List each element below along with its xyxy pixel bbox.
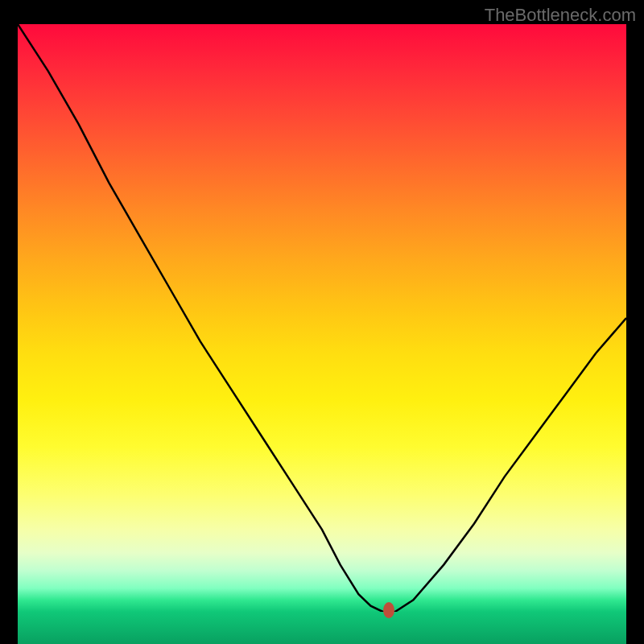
bottleneck-curve xyxy=(18,24,626,612)
chart-container: TheBottleneck.com xyxy=(0,0,644,644)
watermark-label: TheBottleneck.com xyxy=(485,5,636,26)
chart-baseline-band xyxy=(18,612,626,644)
bottleneck-curve-path xyxy=(18,24,626,612)
